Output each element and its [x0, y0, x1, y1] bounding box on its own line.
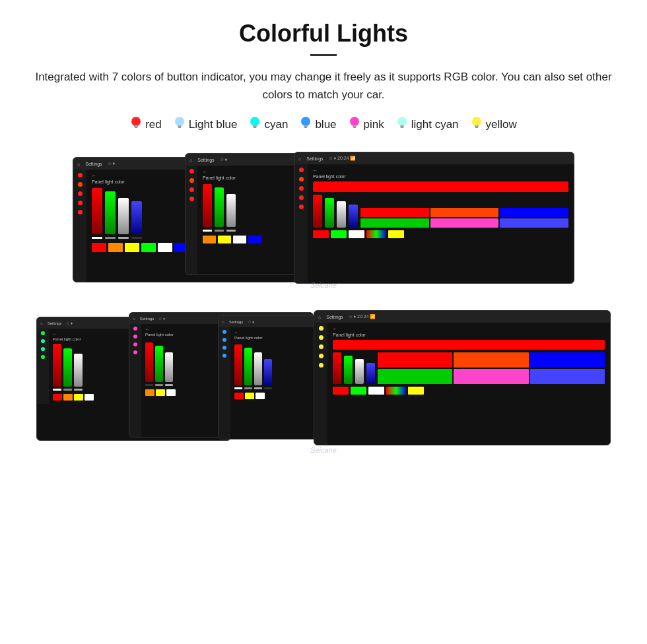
svg-point-3 [175, 117, 184, 126]
svg-point-12 [350, 117, 359, 126]
svg-point-0 [131, 117, 141, 126]
bulb-cyan [249, 115, 261, 133]
svg-rect-11 [304, 127, 307, 128]
screen2-settings-label: Settings [197, 158, 214, 162]
svg-rect-14 [353, 127, 356, 128]
bulb-light-cyan [396, 115, 408, 133]
color-item-yellow: yellow [471, 115, 517, 133]
screenb4-label: Settings [326, 315, 343, 319]
bulb-yellow [471, 115, 483, 133]
screen-card-3: ⌂ Settings ☆ ♦ 20:24 📶 ← Panel light co [294, 152, 574, 284]
svg-rect-2 [135, 127, 137, 128]
svg-rect-17 [401, 127, 403, 128]
svg-rect-5 [178, 127, 181, 128]
color-item-cyan: cyan [249, 115, 288, 133]
svg-rect-20 [475, 127, 478, 128]
screenb1-label: Settings [48, 321, 62, 325]
page-title: Colorful Lights [26, 20, 621, 48]
screenb2-label: Settings [140, 317, 154, 321]
color-item-pink: pink [349, 115, 384, 133]
color-item-light-cyan: light cyan [396, 115, 459, 133]
title-divider [310, 54, 337, 56]
color-label-light-blue: Light blue [189, 118, 238, 131]
color-item-light-blue: Light blue [174, 115, 238, 133]
svg-point-15 [397, 117, 407, 126]
screen1-settings-label: Settings [85, 162, 102, 166]
page-description: Integrated with 7 colors of button indic… [26, 68, 621, 104]
bulb-blue [300, 115, 312, 133]
color-label-cyan: cyan [264, 118, 288, 131]
color-item-red: red [130, 115, 162, 133]
top-screens-group: ⌂ Settings ☆ ♦ ← Panel light color [26, 152, 621, 290]
color-label-red: red [145, 118, 162, 131]
svg-point-6 [250, 117, 259, 126]
color-label-light-cyan: light cyan [411, 118, 459, 131]
bulb-light-blue [174, 115, 186, 133]
watermark-bottom: Seicane [310, 446, 337, 454]
bottom-screens-group: ⌂ Settings ☆ ♦ ← Panel light color [26, 310, 621, 455]
color-label-pink: pink [364, 118, 384, 131]
svg-point-18 [472, 117, 481, 126]
color-list: red Light blue cyan [26, 115, 621, 133]
screen-card-b4: ⌂ Settings ☆ ♦ 20:24 📶 ← Panel light co [314, 310, 611, 445]
color-label-yellow: yellow [486, 118, 517, 131]
svg-rect-8 [254, 127, 256, 128]
color-label-blue: blue [315, 118, 336, 131]
svg-point-9 [301, 117, 310, 126]
screenb3-label: Settings [229, 320, 244, 324]
page-container: Colorful Lights Integrated with 7 colors… [0, 0, 647, 495]
screen3-settings-label: Settings [306, 156, 323, 161]
bulb-pink [349, 115, 360, 133]
color-item-blue: blue [300, 115, 336, 133]
bulb-red [130, 115, 142, 133]
